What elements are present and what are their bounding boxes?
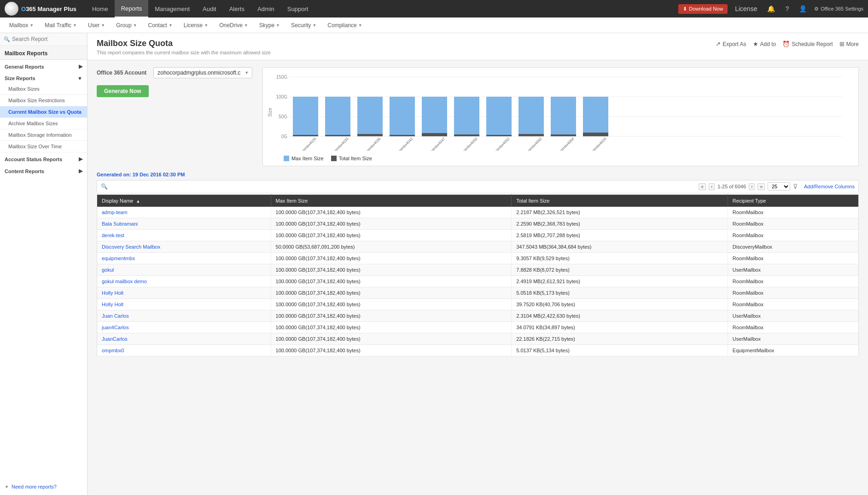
svg-text:ompmbx4064: ompmbx4064 bbox=[556, 137, 575, 151]
license-arrow: ▼ bbox=[204, 23, 208, 28]
svg-text:100G: 100G bbox=[276, 94, 288, 99]
generated-on: Generated on: 19 Dec 2016 02:30 PM bbox=[97, 172, 859, 177]
nav-compliance[interactable]: Compliance ▼ bbox=[323, 17, 367, 33]
cell-display-name[interactable]: gokul mailbox demo bbox=[97, 276, 271, 287]
add-remove-columns-button[interactable]: Add/Remove Columns bbox=[804, 184, 855, 189]
cell-display-name[interactable]: Holly Holt bbox=[97, 299, 271, 310]
bar-total-5 bbox=[422, 133, 447, 136]
chart-panel: Size 150G 100G 50G 0G bbox=[262, 67, 859, 166]
cell-display-name[interactable]: equipmentmbx bbox=[97, 253, 271, 264]
size-reports-arrow: ▼ bbox=[77, 76, 82, 81]
office-status[interactable]: ⚙ Office 365 Settings bbox=[814, 6, 863, 12]
account-select[interactable]: zohocorpadmgrplus.onmicrosoft.c bbox=[153, 67, 252, 78]
nav-skype[interactable]: Skype ▼ bbox=[255, 17, 285, 33]
sidebar-item-current-mailbox-size-vs-quota[interactable]: Current Mailbox Size vs Quota bbox=[0, 106, 87, 118]
cell-display-name[interactable]: admp-team bbox=[97, 207, 271, 218]
nav-admin[interactable]: Admin bbox=[251, 0, 281, 17]
last-page-button[interactable]: » bbox=[757, 183, 765, 190]
sidebar-account-status-reports-section[interactable]: Account Status Reports ▶ bbox=[0, 152, 87, 164]
nav-mail-traffic[interactable]: Mail Traffic ▼ bbox=[40, 17, 82, 33]
cell-max-item-size: 100.0000 GB(107,374,182,400 bytes) bbox=[271, 276, 512, 287]
nav-user[interactable]: User ▼ bbox=[83, 17, 110, 33]
cell-display-name[interactable]: ompmbx0 bbox=[97, 345, 271, 356]
nav-reports[interactable]: Reports bbox=[115, 0, 149, 17]
col-max-item-size[interactable]: Max Item Size bbox=[271, 195, 512, 207]
bar-total-8 bbox=[518, 134, 544, 136]
bell-icon[interactable]: 🔔 bbox=[764, 5, 778, 12]
nav-onedrive[interactable]: OneDrive ▼ bbox=[215, 17, 253, 33]
next-page-button[interactable]: › bbox=[749, 183, 755, 190]
table-filter-icon[interactable]: ⊽ bbox=[793, 183, 798, 190]
sidebar-item-archive-mailbox-sizes[interactable]: Archive Mailbox Sizes bbox=[0, 118, 87, 129]
cell-display-name[interactable]: Juan Carlos bbox=[97, 310, 271, 322]
svg-text:ompmbx4033: ompmbx4033 bbox=[331, 137, 350, 151]
top-nav: O365 Manager Plus Home Reports Managemen… bbox=[0, 0, 868, 17]
sidebar-item-mailbox-size-over-time[interactable]: Mailbox Size Over Time bbox=[0, 141, 87, 152]
content-body: Office 365 Account zohocorpadmgrplus.onm… bbox=[87, 60, 868, 363]
download-icon: ⬇ bbox=[683, 6, 687, 12]
need-more-reports-link[interactable]: Need more reports? bbox=[12, 484, 57, 489]
sidebar-item-mailbox-size-restrictions[interactable]: Mailbox Size Restrictions bbox=[0, 95, 87, 106]
user-icon[interactable]: 👤 bbox=[796, 5, 810, 12]
cell-total-item-size: 5.0518 KB(5,173 bytes) bbox=[512, 287, 728, 299]
bar-total-9 bbox=[551, 134, 576, 136]
group-arrow: ▼ bbox=[133, 23, 137, 28]
col-display-name[interactable]: Display Name ▲ bbox=[97, 195, 271, 207]
cell-total-item-size: 2.2590 MB(2,368,783 bytes) bbox=[512, 218, 728, 230]
bar-total-10 bbox=[583, 133, 608, 136]
cell-display-name[interactable]: Bala Subramani bbox=[97, 218, 271, 230]
bar-total-6 bbox=[454, 134, 479, 136]
cell-display-name[interactable]: JuanCarlos bbox=[97, 333, 271, 345]
cell-recipient-type: RoomMailbox bbox=[728, 276, 858, 287]
sidebar-general-reports-label: General Reports bbox=[5, 64, 44, 70]
table-row: Juan Carlos 100.0000 GB(107,374,182,400 … bbox=[97, 310, 859, 322]
sidebar-item-mailbox-storage-information[interactable]: Mailbox Storage Information bbox=[0, 129, 87, 141]
license-button[interactable]: License bbox=[732, 5, 760, 12]
cell-total-item-size: 2.4919 MB(2,612,921 bytes) bbox=[512, 276, 728, 287]
legend-max-icon bbox=[284, 156, 289, 161]
nav-license[interactable]: License ▼ bbox=[179, 17, 213, 33]
nav-contact[interactable]: Contact ▼ bbox=[144, 17, 177, 33]
first-page-button[interactable]: « bbox=[699, 183, 706, 190]
sidebar-size-reports-section[interactable]: Size Reports ▼ bbox=[0, 72, 87, 83]
cell-display-name[interactable]: juan4Carlos bbox=[97, 322, 271, 333]
nav-group[interactable]: Group ▼ bbox=[111, 17, 141, 33]
generate-now-button[interactable]: Generate Now bbox=[97, 85, 149, 97]
cell-display-name[interactable]: gokul bbox=[97, 264, 271, 276]
prev-page-button[interactable]: ‹ bbox=[709, 183, 715, 190]
bar-max-4 bbox=[390, 97, 415, 136]
nav-security[interactable]: Security ▼ bbox=[286, 17, 321, 33]
cell-display-name[interactable]: Discovery Search Mailbox bbox=[97, 241, 271, 253]
bar-total-2 bbox=[325, 135, 350, 136]
sidebar: 🔍 Mailbox Reports General Reports ▶ Size… bbox=[0, 33, 87, 495]
cell-max-item-size: 100.0000 GB(107,374,182,400 bytes) bbox=[271, 218, 512, 230]
cell-display-name[interactable]: derek-test bbox=[97, 230, 271, 241]
generated-on-label: Generated on: bbox=[97, 172, 131, 177]
help-icon[interactable]: ? bbox=[782, 5, 792, 12]
table-search-area: 🔍 bbox=[101, 183, 165, 190]
col-total-item-size[interactable]: Total Item Size bbox=[512, 195, 728, 207]
nav-alerts[interactable]: Alerts bbox=[223, 0, 251, 17]
sidebar-search-input[interactable] bbox=[12, 36, 83, 42]
table-row: gokul 100.0000 GB(107,374,182,400 bytes)… bbox=[97, 264, 859, 276]
schedule-report-button[interactable]: ⏰ Schedule Report bbox=[782, 41, 833, 47]
more-icon: ⊞ bbox=[839, 41, 845, 47]
sidebar-content-reports-section[interactable]: Content Reports ▶ bbox=[0, 164, 87, 176]
nav-management[interactable]: Management bbox=[148, 0, 196, 17]
nav-home[interactable]: Home bbox=[86, 0, 115, 17]
nav-mailbox[interactable]: Mailbox ▼ bbox=[5, 17, 38, 33]
table-row: juan4Carlos 100.0000 GB(107,374,182,400 … bbox=[97, 322, 859, 333]
sidebar-general-reports-section[interactable]: General Reports ▶ bbox=[0, 60, 87, 72]
add-to-button[interactable]: ★ Add to bbox=[753, 41, 776, 47]
sidebar-item-mailbox-sizes[interactable]: Mailbox Sizes bbox=[0, 83, 87, 95]
col-recipient-type[interactable]: Recipient Type bbox=[728, 195, 858, 207]
more-button[interactable]: ⊞ More bbox=[839, 41, 859, 47]
nav-support[interactable]: Support bbox=[281, 0, 315, 17]
nav-audit[interactable]: Audit bbox=[196, 0, 223, 17]
page-size-select[interactable]: 25 50 100 bbox=[768, 182, 790, 191]
export-as-button[interactable]: ↗ Export As bbox=[716, 41, 746, 47]
cell-display-name[interactable]: Holly Holt bbox=[97, 287, 271, 299]
table-search-input[interactable] bbox=[110, 183, 165, 190]
download-button[interactable]: ⬇ Download Now bbox=[678, 4, 728, 14]
cell-recipient-type: DiscoveryMailbox bbox=[728, 241, 858, 253]
